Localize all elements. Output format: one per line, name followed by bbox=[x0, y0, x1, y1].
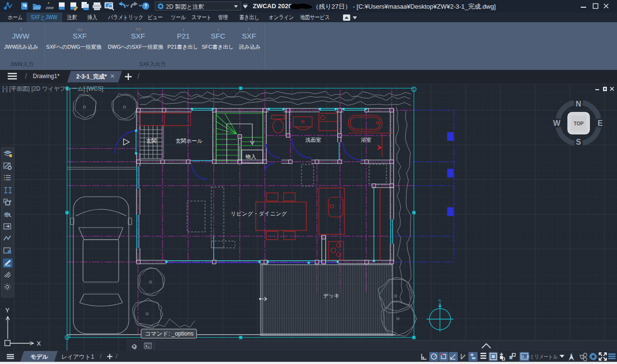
svg-text:?: ? bbox=[144, 3, 147, 9]
svg-text:S: S bbox=[576, 138, 581, 146]
svg-text:Y: Y bbox=[5, 307, 10, 314]
svg-text:物入: 物入 bbox=[246, 154, 256, 160]
svg-text:X: X bbox=[37, 340, 41, 347]
svg-text:浴室: 浴室 bbox=[361, 137, 371, 143]
svg-text:玄関ホール: 玄関ホール bbox=[176, 138, 203, 144]
svg-text:リビング・ダイニング: リビング・ダイニング bbox=[231, 211, 288, 216]
svg-text:E: E bbox=[598, 119, 603, 127]
svg-text:W: W bbox=[553, 119, 561, 127]
svg-text:洗面室: 洗面室 bbox=[305, 137, 321, 143]
svg-text:N: N bbox=[439, 299, 441, 302]
svg-text:TOP: TOP bbox=[574, 121, 584, 126]
svg-text:N: N bbox=[576, 100, 581, 108]
svg-text:POP: POP bbox=[4, 264, 11, 267]
svg-text:0.0: 0.0 bbox=[521, 355, 529, 360]
svg-text:JWW: JWW bbox=[45, 6, 55, 10]
svg-text:玄関: 玄関 bbox=[146, 138, 157, 144]
svg-text:ミリメートル: ミリメートル bbox=[530, 353, 558, 360]
svg-text:デッキ: デッキ bbox=[323, 293, 340, 298]
